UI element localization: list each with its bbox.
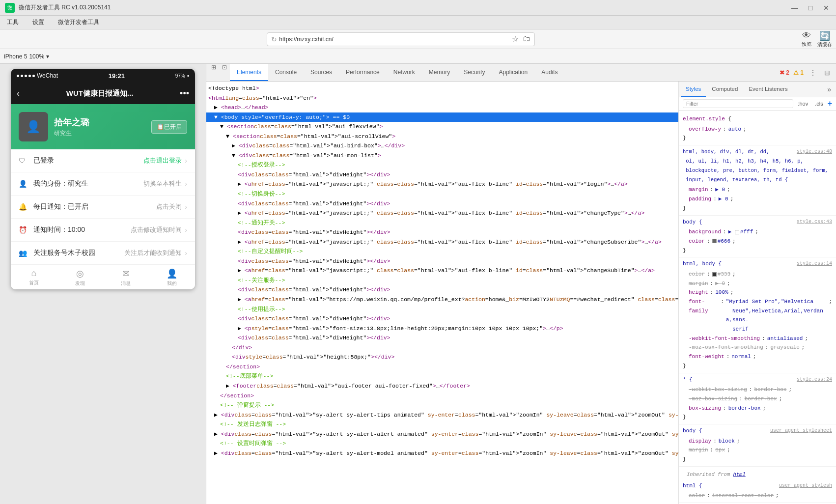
nav-home[interactable]: ⌂ 首页 [11,265,57,289]
html-panel[interactable]: <!doctype html><html lang=class="html-va… [206,82,679,504]
html-line[interactable]: ▼ <section class=class="html-val">"aui-f… [206,122,678,132]
style-prop-color: color: #666; [683,237,832,246]
folder-icon[interactable]: 🗂 [523,34,530,44]
preview-button[interactable]: 👁 预览 [802,30,811,48]
cls-filter-btn[interactable]: .cls [812,99,826,108]
html-line[interactable]: <!-- 发送日志弹窗 --> [206,420,678,429]
html-line[interactable]: <!-- 设置时间弹窗 --> [206,439,678,448]
home-icon: ⌂ [31,268,36,279]
html-line[interactable]: ▶ <div class=class="html-val">"aui-bird-… [206,141,678,151]
clear-cache-button[interactable]: 🔄 清缓存 [817,30,832,48]
phone-time: 19:21 [58,72,175,80]
html-line[interactable]: <!-- 弹窗提示 --> [206,400,678,410]
html-line[interactable]: ▶ <p style=class="html-val">"font-size:1… [206,324,678,334]
html-line[interactable]: ▶ <a href=class="html-val">"javascript:;… [206,208,678,218]
html-line[interactable]: ▶ <div class=class="html-val">"sy-alert … [206,448,678,458]
menubar-item-微信开发者工具[interactable]: 微信开发者工具 [55,17,102,28]
html-line[interactable]: ▶ <a href=class="html-val">"javascript:;… [206,179,678,189]
tab-computed[interactable]: Computed [707,82,743,97]
html-line[interactable]: ▶ <head>…</head> [206,103,678,112]
styles-more-icon[interactable]: » [824,85,834,93]
html-line[interactable]: <!--底部菜单--> [206,371,678,381]
html-line[interactable]: <!--使用提示--> [206,305,678,314]
html-line[interactable]: <!--通知开关--> [206,218,678,228]
elements-icon[interactable]: ⊞ [208,64,219,81]
html-line[interactable]: <div class=class="html-val">"divHeight">… [206,256,678,266]
html-line[interactable]: <div class=class="html-val">"divHeight">… [206,285,678,295]
html-line[interactable]: <div style=class="html-val">"height:58px… [206,352,678,362]
minimize-button[interactable]: — [790,4,800,12]
add-style-btn[interactable]: + [828,99,832,108]
close-button[interactable]: ✕ [821,4,831,12]
tab-audits[interactable]: Audits [534,64,564,81]
discover-icon: ◎ [76,268,84,279]
style-prop-webkit-smoothing: -webkit-font-smoothing: antialiased; [683,334,832,343]
html-line[interactable]: ▶ <a href=class="html-val">"https://mp.w… [206,295,678,305]
tab-security[interactable]: Security [457,64,492,81]
html-line[interactable]: <div class=class="html-val">"divHeight">… [206,314,678,324]
menubar-item-设置[interactable]: 设置 [29,17,47,28]
html-line[interactable]: <!--切换身份--> [206,189,678,199]
phone-navbar: ‹ WUT健康日报通知... ••• [11,83,195,104]
html-line[interactable]: <div class=class="html-val">"divHeight">… [206,227,678,237]
html-line[interactable]: <div class=class="html-val">"divHeight">… [206,199,678,209]
back-button[interactable]: ‹ [17,88,20,99]
html-line[interactable]: ▶ <a href=class="html-val">"javascript:;… [206,266,678,276]
tab-application[interactable]: Application [492,64,535,81]
html-line[interactable]: </section> [206,362,678,372]
tab-event-listeners[interactable]: Event Listeners [744,82,792,97]
profile-btn[interactable]: 📋已开启 [151,120,187,134]
tab-elements[interactable]: Elements [230,64,268,81]
html-line[interactable]: <!doctype html> [206,84,678,93]
warn-badge: ⚠ 1 [793,69,804,76]
html-line[interactable]: ▼ <div class=class="html-val">"aui-mon-l… [206,151,678,161]
html-line[interactable]: </div> [206,343,678,353]
menu-item-time[interactable]: ⏰ 通知时间：10:00 点击修改通知时间 › [11,219,195,242]
maximize-button[interactable]: □ [806,4,815,12]
html-line[interactable]: <!--自定义提醒时间--> [206,247,678,256]
html-line[interactable]: ▶ <div class=class="html-val">"sy-alert … [206,429,678,439]
url-input[interactable] [279,36,508,43]
menu-item-identity[interactable]: 👤 我的身份：研究生 切换至本科生 › [11,172,195,196]
html-line[interactable]: ▶ <footer class=class="html-val">"aui-fo… [206,381,678,391]
styles-filter-input[interactable] [683,99,793,108]
style-rule-body-ua: user agent stylesheet body { display: bl… [679,424,836,467]
window-controls: — □ ✕ [790,4,831,12]
styles-filter: :hov .cls + [679,97,836,111]
nav-discover[interactable]: ◎ 发现 [57,265,103,289]
inspect-icon[interactable]: ⊡ [219,64,230,81]
html-line[interactable]: <!--关注服务--> [206,276,678,285]
nav-mine[interactable]: 👤 我的 [149,265,195,289]
clock-icon: ⏰ [19,226,28,234]
style-rule-star: style.css:24 * { -webkit-box-sizing: bor… [679,373,836,424]
tab-console[interactable]: Console [268,64,304,81]
bookmark-icon[interactable]: ☆ [512,34,519,44]
menu-item-login[interactable]: 🛡 已登录 点击退出登录 › [11,149,195,172]
tab-sources[interactable]: Sources [304,64,339,81]
device-selector[interactable]: iPhone 5 100% ▾ [4,53,49,60]
html-line[interactable]: ▼ <body style="overflow-y: auto;"> == $0 [206,112,678,122]
html-line[interactable]: <div class=class="html-val">"divHeight">… [206,170,678,180]
style-prop: overflow-y: auto; [683,125,832,134]
html-line[interactable]: ▶ <div class=class="html-val">"sy-alert … [206,410,678,420]
dock-icon[interactable]: ⊟ [822,67,832,79]
tab-performance[interactable]: Performance [339,64,387,81]
html-line[interactable]: </section> [206,391,678,401]
tab-styles[interactable]: Styles [681,82,706,97]
menu-item-daily[interactable]: 🔔 每日通知：已开启 点击关闭 › [11,196,195,219]
refresh-icon[interactable]: ↻ [271,35,277,43]
html-line[interactable]: ▶ <a href=class="html-val">"javascript:;… [206,237,678,247]
more-options-icon[interactable]: ⋮ [808,67,818,79]
html-line[interactable]: <!--授权登录--> [206,160,678,170]
html-line[interactable]: ▼ <section class=class="html-val">"aui-s… [206,132,678,141]
menu-item-follow[interactable]: 👥 关注服务号木子校园 关注后才能收到通知 › [11,242,195,265]
tab-memory[interactable]: Memory [422,64,457,81]
nav-messages[interactable]: ✉ 消息 [103,265,149,289]
style-prop-font-weight: font-weight: normal; [683,352,832,362]
html-line[interactable]: <div class=class="html-val">"divHeight">… [206,333,678,343]
menubar-item-工具[interactable]: 工具 [4,17,22,28]
hov-filter-btn[interactable]: :hov [795,99,810,108]
html-line[interactable]: <html lang=class="html-val">"en"> [206,93,678,103]
tab-network[interactable]: Network [387,64,422,81]
more-button[interactable]: ••• [180,88,189,99]
